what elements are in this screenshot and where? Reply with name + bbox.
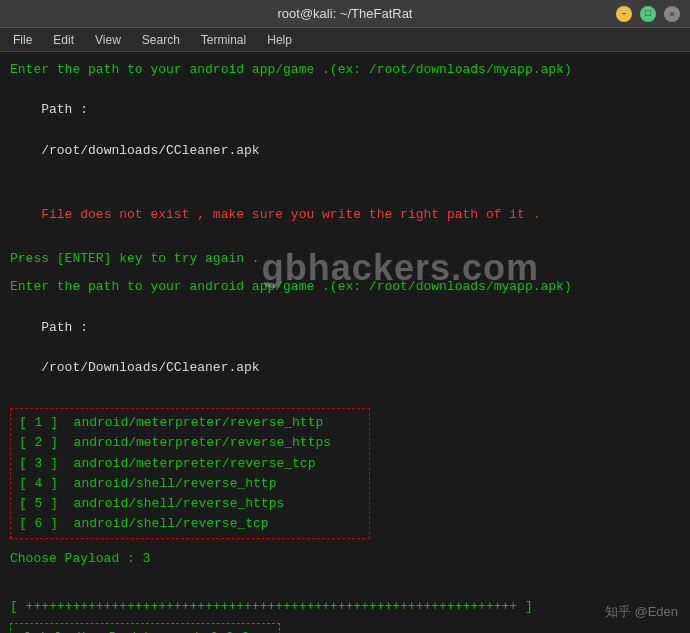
payload-box: [ 1 ] android/meterpreter/reverse_http [… xyxy=(10,404,680,543)
payload-opt-6: [ 6 ] android/shell/reverse_tcp xyxy=(19,514,361,534)
payload-opt-4: [ 4 ] android/shell/reverse_http xyxy=(19,474,361,494)
terminal: gbhackers.com 知乎 @Eden Enter the path to… xyxy=(0,52,690,633)
menu-edit[interactable]: Edit xyxy=(45,31,82,49)
payload-opt-3: [ 3 ] android/meterpreter/reverse_tcp xyxy=(19,454,361,474)
path2-value: /root/Downloads/CCleaner.apk xyxy=(41,360,259,375)
minimize-button[interactable]: – xyxy=(616,6,632,22)
tool-opt-1: [ 1 ] Use Backdoor-apk 0.2.2 xyxy=(23,628,267,633)
tool-box: [ 1 ] Use Backdoor-apk 0.2.2 [ 2 ] Use o… xyxy=(10,619,680,633)
prompt2: Enter the path to your android app/game … xyxy=(10,277,680,297)
menu-help[interactable]: Help xyxy=(259,31,300,49)
close-button[interactable]: ✕ xyxy=(664,6,680,22)
payload-opt-2: [ 2 ] android/meterpreter/reverse_https xyxy=(19,433,361,453)
maximize-button[interactable]: □ xyxy=(640,6,656,22)
path1-value: /root/downloads/CCleaner.apk xyxy=(41,143,259,158)
path1-label: Path : xyxy=(41,102,88,117)
path2-line: Path : /root/Downloads/CCleaner.apk xyxy=(10,298,680,399)
menu-search[interactable]: Search xyxy=(134,31,188,49)
payload-opt-1: [ 1 ] android/meterpreter/reverse_http xyxy=(19,413,361,433)
plus-line: [ ++++++++++++++++++++++++++++++++++++++… xyxy=(10,597,680,617)
titlebar: root@kali: ~/TheFatRat – □ ✕ xyxy=(0,0,690,28)
titlebar-buttons: – □ ✕ xyxy=(616,6,680,22)
plus-separator: [ ++++++++++++++++++++++++++++++++++++++… xyxy=(10,597,680,617)
menubar: File Edit View Search Terminal Help xyxy=(0,28,690,52)
error-line: File does not exist , make sure you writ… xyxy=(10,185,680,245)
prompt1: Enter the path to your android app/game … xyxy=(10,60,680,80)
path1-line: Path : /root/downloads/CCleaner.apk xyxy=(10,80,680,181)
titlebar-title: root@kali: ~/TheFatRat xyxy=(278,6,413,21)
menu-terminal[interactable]: Terminal xyxy=(193,31,254,49)
path2-label: Path : xyxy=(41,320,88,335)
choose-payload: Choose Payload : 3 xyxy=(10,549,680,569)
menu-file[interactable]: File xyxy=(5,31,40,49)
payload-opt-5: [ 5 ] android/shell/reverse_https xyxy=(19,494,361,514)
tool-dashed-box: [ 1 ] Use Backdoor-apk 0.2.2 [ 2 ] Use o… xyxy=(10,623,280,633)
retry-line: Press [ENTER] key to try again . xyxy=(10,249,680,269)
menu-view[interactable]: View xyxy=(87,31,129,49)
payload-dashed-box: [ 1 ] android/meterpreter/reverse_http [… xyxy=(10,408,370,539)
